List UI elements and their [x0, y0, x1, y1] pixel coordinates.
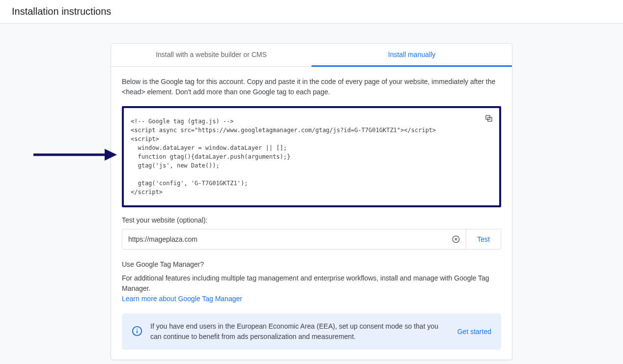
svg-marker-1 — [105, 149, 117, 161]
test-button[interactable]: Test — [466, 229, 501, 249]
description-text: Below is the Google tag for this account… — [122, 77, 501, 97]
clear-input-icon[interactable] — [451, 234, 461, 244]
consent-banner: If you have end users in the European Ec… — [122, 313, 501, 350]
info-icon — [132, 326, 142, 338]
install-card: Install with a website builder or CMS In… — [111, 43, 512, 360]
page-body: Install with a website builder or CMS In… — [0, 24, 623, 364]
website-url-input[interactable] — [127, 229, 451, 249]
gtm-heading: Use Google Tag Manager? — [122, 260, 501, 268]
arrow-annotation-icon — [33, 147, 117, 162]
tab-content: Below is the Google tag for this account… — [111, 67, 512, 360]
test-row: Test — [122, 229, 501, 250]
code-snippet-box: <!-- Google tag (gtag.js) --> <script as… — [122, 106, 501, 207]
tab-website-builder[interactable]: Install with a website builder or CMS — [111, 44, 312, 66]
page-header: Installation instructions — [0, 0, 623, 24]
get-started-button[interactable]: Get started — [457, 328, 491, 336]
gtm-section: Use Google Tag Manager? For additional f… — [122, 260, 501, 303]
test-input-wrap — [122, 229, 466, 249]
banner-text: If you have end users in the European Ec… — [150, 321, 450, 342]
code-snippet-text: <!-- Google tag (gtag.js) --> <script as… — [131, 118, 436, 196]
svg-point-9 — [137, 328, 138, 329]
gtm-body: For additional features including multip… — [122, 273, 501, 294]
tabs: Install with a website builder or CMS In… — [111, 44, 512, 67]
page-title: Installation instructions — [12, 6, 611, 17]
copy-icon[interactable] — [484, 114, 493, 123]
gtm-learn-more-link[interactable]: Learn more about Google Tag Manager — [122, 295, 242, 303]
tab-install-manually[interactable]: Install manually — [312, 44, 512, 67]
test-label: Test your website (optional): — [122, 216, 501, 224]
